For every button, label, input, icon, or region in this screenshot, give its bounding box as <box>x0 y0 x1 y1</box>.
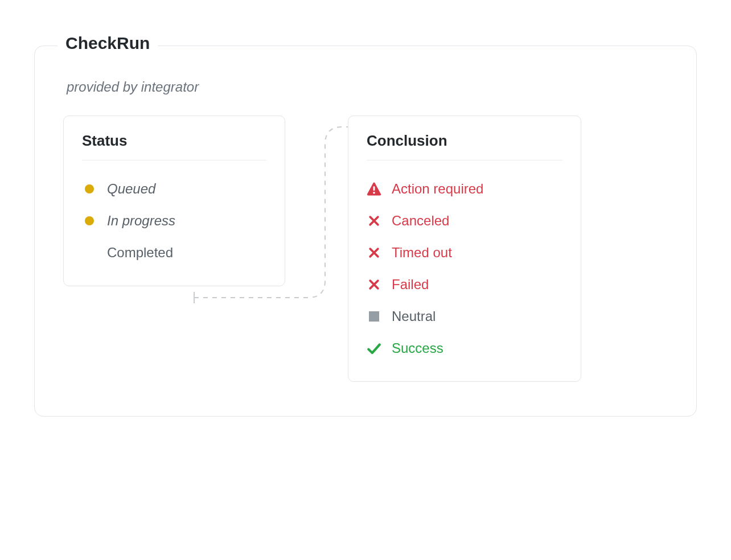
status-label: Completed <box>107 245 173 261</box>
conclusion-label: Failed <box>392 277 429 293</box>
alert-triangle-icon <box>367 182 381 196</box>
conclusion-item-timed-out: Timed out <box>367 237 562 269</box>
conclusion-item-neutral: Neutral <box>367 300 562 332</box>
pending-dot-icon <box>82 182 97 196</box>
x-icon <box>367 277 381 292</box>
checkrun-container: CheckRun provided by integrator Status Q… <box>34 46 697 417</box>
conclusion-heading: Conclusion <box>367 132 562 150</box>
status-panel: Status Queued In progress Completed <box>63 116 285 286</box>
conclusion-label: Neutral <box>392 308 436 324</box>
status-label: Queued <box>107 181 155 197</box>
x-icon <box>367 213 381 228</box>
status-label: In progress <box>107 213 175 229</box>
container-title: CheckRun <box>58 34 158 53</box>
conclusion-panel: Conclusion Action required Canceled Time… <box>348 116 581 382</box>
conclusion-label: Success <box>392 340 443 356</box>
conclusion-item-failed: Failed <box>367 269 562 300</box>
conclusion-item-action-required: Action required <box>367 173 562 205</box>
status-item-in-progress: In progress <box>82 205 266 237</box>
conclusion-label: Canceled <box>392 213 449 229</box>
divider <box>367 160 562 160</box>
check-icon <box>367 341 381 356</box>
conclusion-label: Timed out <box>392 245 452 261</box>
conclusion-label: Action required <box>392 181 483 197</box>
divider <box>82 160 266 160</box>
conclusion-item-canceled: Canceled <box>367 205 562 237</box>
status-heading: Status <box>82 132 266 150</box>
x-icon <box>367 245 381 260</box>
container-subtitle: provided by integrator <box>67 79 668 95</box>
panels-wrapper: Status Queued In progress Completed Conc… <box>63 116 668 382</box>
square-icon <box>367 309 381 324</box>
status-item-queued: Queued <box>82 173 266 205</box>
conclusion-item-success: Success <box>367 332 562 364</box>
pending-dot-icon <box>82 213 97 228</box>
status-item-completed: Completed <box>82 237 266 269</box>
